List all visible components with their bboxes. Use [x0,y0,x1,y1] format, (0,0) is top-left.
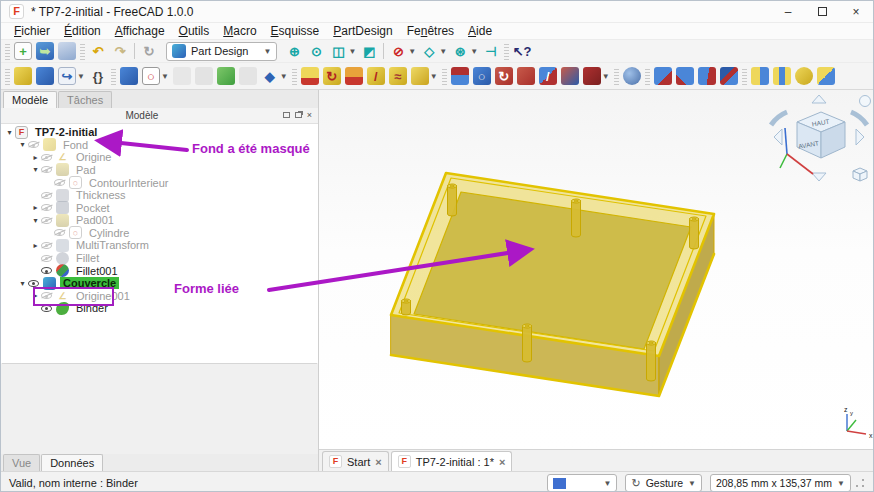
macro-button[interactable]: {} [88,66,108,86]
visibility-off-icon[interactable] [54,179,65,186]
close-button[interactable]: × [839,1,873,22]
chamfer-button[interactable] [675,66,695,86]
dimension-select[interactable]: 208,85 mm x 135,37 mm ▼ [710,474,851,492]
zoom-tools-button[interactable]: ⊛▼ [450,41,479,61]
property-editor[interactable] [2,363,317,455]
visibility-off-icon[interactable] [41,217,52,224]
whats-this-button[interactable]: ↖? [512,41,532,61]
additive-loft-button[interactable] [344,66,364,86]
toolbar-handle[interactable] [504,42,509,60]
additive-helix-button[interactable]: ≈ [388,66,408,86]
tree-item-thickness[interactable]: Thickness [1,189,318,202]
dock-icon[interactable] [283,112,290,118]
menu-fenetres[interactable]: Fenêtres [400,24,461,38]
toolbar-handle[interactable] [645,67,650,85]
menu-affichage[interactable]: Affichage [108,24,172,38]
draw-style-button[interactable]: ◇▼ [419,41,448,61]
menu-edition[interactable]: Édition [57,24,108,38]
visibility-off-icon[interactable] [41,192,52,199]
menu-fichier[interactable]: Fichier [7,24,57,38]
undo-button[interactable]: ↶ [88,41,108,61]
visibility-off-icon[interactable] [41,255,52,262]
toolbar-handle[interactable] [292,67,297,85]
tree-item-origine[interactable]: ▸∠Origine [1,151,318,164]
visibility-on-icon[interactable] [41,305,52,312]
tree-item-pad001[interactable]: ▾Pad001 [1,214,318,227]
toolbar-handle[interactable] [742,67,747,85]
merge-sketch-button[interactable] [238,66,258,86]
make-link-button[interactable]: ↪▼ [57,66,86,86]
expander-icon[interactable]: ▾ [17,140,28,149]
visibility-on-icon[interactable] [41,267,52,274]
create-part-button[interactable] [35,66,55,86]
sync-view-button[interactable]: ◩ [359,41,379,61]
menu-esquisse[interactable]: Esquisse [264,24,327,38]
save-file-button[interactable] [57,41,77,61]
expander-icon[interactable]: ▾ [30,165,41,174]
minimize-button[interactable]: – [771,1,805,22]
visibility-on-icon[interactable] [28,280,39,287]
map-sketch-button[interactable] [194,66,214,86]
navigation-cube[interactable]: HAUT AVANT [771,95,871,181]
expander-icon[interactable]: ▾ [17,279,28,288]
tab-vue[interactable]: Vue [3,454,40,471]
clipping-plane-button[interactable]: ⊘▼ [388,41,417,61]
visibility-off-icon[interactable] [28,141,39,148]
expander-icon[interactable]: ▸ [30,291,41,300]
edit-sketch-button[interactable] [172,66,192,86]
toolbar-handle[interactable] [614,67,619,85]
tree-item-couvercle[interactable]: ▾Couvercle [1,277,318,290]
tree-item-contourinterieur[interactable]: ○ContourInterieur [1,176,318,189]
resize-grip[interactable] [855,478,865,488]
visibility-off-icon[interactable] [41,204,52,211]
tree-item-pad[interactable]: ▾Pad [1,164,318,177]
axonometric-view-button[interactable]: ◫▼ [328,41,357,61]
tab-close-icon[interactable]: × [375,456,381,468]
subtractive-pipe-button[interactable]: / [538,66,558,86]
tree-item-tp7-2-initial[interactable]: ▾FTP7-2-initial [1,126,318,139]
navigation-style-select[interactable]: ↻ Gesture ▼ [625,474,702,492]
redo-button[interactable]: ↷ [110,41,130,61]
visibility-off-icon[interactable] [41,166,52,173]
zoom-selection-button[interactable]: ⊙ [306,41,326,61]
mdi-tab-start[interactable]: FStart× [322,451,389,471]
subtractive-loft-button[interactable] [516,66,536,86]
create-sketch-button[interactable]: ○▼ [141,66,170,86]
boolean-operation-button[interactable] [622,66,642,86]
tree-item-origine001[interactable]: ▸∠Origine001 [1,290,318,303]
tab-donnees[interactable]: Données [41,454,103,471]
menu-outils[interactable]: Outils [172,24,217,38]
3d-viewport[interactable]: HAUT AVANT [319,90,873,449]
pocket-button[interactable] [450,66,470,86]
tree-item-fillet[interactable]: Fillet [1,252,318,265]
tree-item-pocket[interactable]: ▸Pocket [1,201,318,214]
couvercle-3d-model[interactable] [391,173,714,396]
expander-icon[interactable]: ▸ [30,241,41,250]
subtractive-primitive-button[interactable]: ▼ [582,66,611,86]
float-icon[interactable] [295,112,302,118]
tree-item-cylindre[interactable]: ○Cylindre [1,227,318,240]
tree-item-fond[interactable]: ▾Fond [1,138,318,151]
maximize-button[interactable] [805,1,839,22]
mdi-tab-tp7-2-initial-1-[interactable]: FTP7-2-initial : 1*× [391,451,513,471]
visibility-off-icon[interactable] [54,229,65,236]
tab-modele[interactable]: Modèle [3,91,57,108]
visibility-off-icon[interactable] [41,242,52,249]
expander-icon[interactable]: ▸ [30,153,41,162]
validate-sketch-button[interactable] [216,66,236,86]
draft-button[interactable] [697,66,717,86]
tab-taches[interactable]: Tâches [58,91,112,108]
toolbar-handle[interactable] [80,42,85,60]
create-body-button[interactable] [13,66,33,86]
menu-aide[interactable]: Aide [461,24,499,38]
linear-pattern-button[interactable] [772,66,792,86]
tree-item-fillet001[interactable]: Fillet001 [1,264,318,277]
menu-macro[interactable]: Macro [216,24,263,38]
toolbar-handle[interactable] [111,67,116,85]
measure-button[interactable]: ⊣ [481,41,501,61]
refresh-button[interactable]: ↻ [139,41,159,61]
expander-icon[interactable]: ▾ [4,128,15,137]
visibility-off-icon[interactable] [41,292,52,299]
pad-button[interactable] [300,66,320,86]
menu-partdesign[interactable]: PartDesign [326,24,399,38]
